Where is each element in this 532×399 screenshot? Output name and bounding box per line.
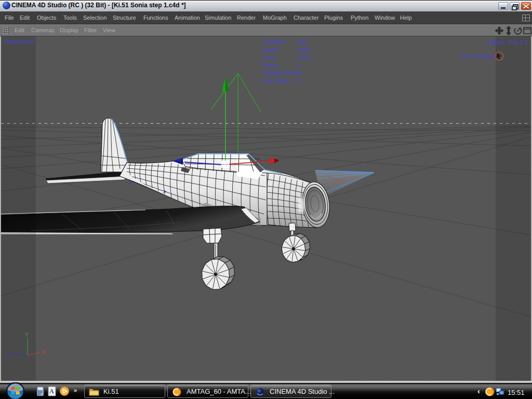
svg-text:A: A — [49, 388, 54, 395]
svg-text:»: » — [74, 387, 77, 393]
svg-text:X: X — [42, 349, 46, 355]
svg-text:Z: Z — [7, 351, 11, 357]
svg-text:Y: Y — [25, 331, 29, 338]
